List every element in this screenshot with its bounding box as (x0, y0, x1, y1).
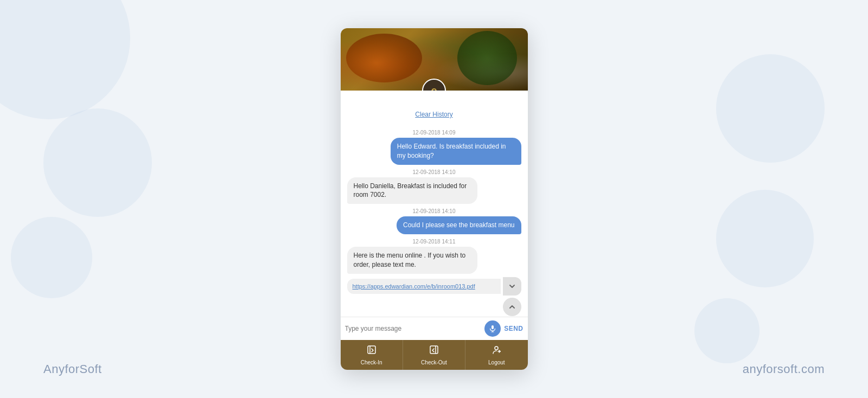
input-area: SEND (341, 317, 528, 340)
nav-checkout[interactable]: Check-Out (403, 340, 465, 370)
nav-logout[interactable]: Logout (465, 340, 527, 370)
timestamp-4: 12-09-2018 14:11 (347, 239, 521, 245)
clear-history-link[interactable]: Clear History (415, 111, 452, 118)
link-message-row: https://apps.edwardian.com/e/b/inroom013… (347, 277, 521, 296)
chevron-up-icon (508, 303, 516, 311)
chevron-up-button[interactable] (503, 298, 521, 316)
bg-decoration-3 (11, 217, 92, 298)
food-image-left (346, 34, 422, 82)
mic-button[interactable] (484, 320, 501, 337)
nav-checkout-label: Check-Out (421, 360, 447, 365)
message-row-2: Hello Daniella, Breakfast is included fo… (347, 177, 521, 204)
bubble-4: Here is the menu online . If you wish to… (347, 247, 478, 274)
watermark-left: AnyforSoft (43, 362, 102, 376)
nav-checkin-label: Check-In (361, 360, 382, 365)
bg-decoration-1 (0, 0, 130, 119)
chevron-down-button[interactable] (503, 277, 521, 296)
timestamp-3: 12-09-2018 14:10 (347, 208, 521, 214)
bottom-nav: Check-In Check-Out (341, 340, 528, 370)
send-button[interactable]: SEND (504, 325, 523, 332)
message-row-3: Could I please see the breakfast menu (347, 216, 521, 234)
message-input[interactable] (345, 325, 482, 332)
message-row-4: Here is the menu online . If you wish to… (347, 247, 521, 274)
checkout-icon (429, 344, 439, 358)
nav-checkin[interactable]: Check-In (341, 340, 403, 370)
watermark-right: anyforsoft.com (743, 362, 825, 376)
bg-decoration-5 (716, 190, 814, 287)
food-image-right (457, 31, 517, 85)
bg-decoration-6 (694, 298, 760, 363)
bubble-2: Hello Daniella, Breakfast is included fo… (347, 177, 478, 204)
menu-link[interactable]: https://apps.edwardian.com/e/b/inroom013… (353, 283, 475, 290)
svg-rect-0 (492, 325, 494, 329)
message-row-5-container (347, 298, 521, 316)
bubble-1: Hello Edward. Is breakfast included in m… (391, 138, 521, 165)
svg-point-7 (495, 346, 498, 350)
mic-icon (489, 325, 496, 332)
checkin-icon (366, 344, 377, 358)
header-image: e (341, 28, 528, 91)
chat-area: Clear History 12-09-2018 14:09 Hello Edw… (341, 91, 528, 317)
avatar-container: e (422, 79, 446, 91)
avatar: e (422, 79, 446, 91)
message-row-1: Hello Edward. Is breakfast included in m… (347, 138, 521, 165)
chevron-down-icon (508, 283, 516, 290)
bubble-3: Could I please see the breakfast menu (397, 216, 521, 234)
phone-container: e Clear History 12-09-2018 14:09 Hello E… (341, 28, 528, 370)
svg-rect-3 (368, 346, 375, 354)
svg-rect-5 (430, 346, 438, 354)
timestamp-2: 12-09-2018 14:10 (347, 169, 521, 175)
timestamp-1: 12-09-2018 14:09 (347, 130, 521, 136)
bg-decoration-2 (43, 108, 152, 217)
nav-logout-label: Logout (488, 360, 505, 365)
logout-icon (491, 344, 502, 358)
link-bubble: https://apps.edwardian.com/e/b/inroom013… (347, 279, 501, 294)
clear-history-container: Clear History (347, 109, 521, 119)
bg-decoration-4 (716, 54, 825, 163)
